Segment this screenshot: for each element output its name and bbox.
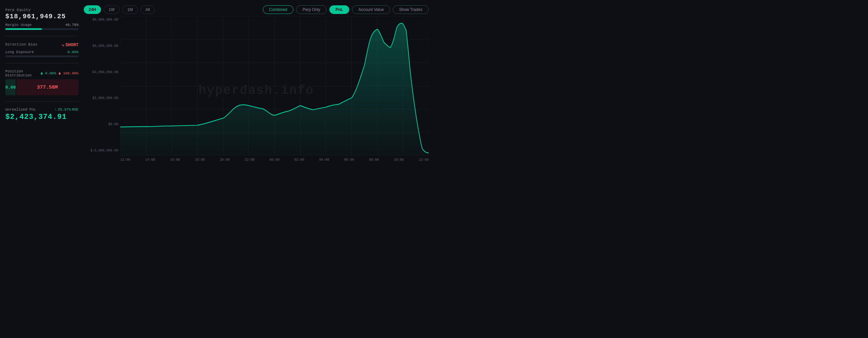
pos-dist-label: Position Distribution <box>5 69 38 77</box>
roe-pct: 25.67% <box>58 108 71 111</box>
x-label-0600: 06:00 <box>344 158 354 162</box>
direction-bias-section: Direction Bias ↘ SHORT Long Exposure 0.0… <box>5 42 79 57</box>
margin-usage-bar-bg <box>5 28 79 30</box>
pos-dist-short-val: 377.58M <box>16 79 79 95</box>
perp-equity-value: $18,961,949.25 <box>5 12 79 20</box>
time-btn-all[interactable]: All <box>141 5 155 14</box>
x-label-2000: 20:00 <box>220 158 229 162</box>
pnl-chart <box>120 16 429 156</box>
x-label-0800: 08:00 <box>369 158 379 162</box>
direction-value: SHORT <box>65 42 79 47</box>
x-label-0000: 00:00 <box>270 158 279 162</box>
view-pnl-btn[interactable]: PnL <box>329 5 350 14</box>
x-label-1600: 16:00 <box>170 158 180 162</box>
right-panel: 24H 1W 1M All Combined Perp Only PnL Acc… <box>84 5 429 164</box>
pos-dist-section: Position Distribution 0.00% 100.00% 0.00… <box>5 69 79 95</box>
long-exposure-pct: 0.00% <box>67 50 79 54</box>
unrealized-pnl-value: $2,423,374.91 <box>5 113 79 121</box>
pos-dist-short-pct: 100.00% <box>63 71 79 75</box>
y-axis-labels: $8,000,000.00 $6,000,000.00 $4,000,000.0… <box>84 16 120 154</box>
pos-dist-box: 0.00 377.58M <box>5 79 79 95</box>
x-label-1800: 18:00 <box>195 158 205 162</box>
long-dot-icon <box>41 72 42 75</box>
short-arrow-icon: ↘ <box>61 42 64 47</box>
view-account-value-btn[interactable]: Account Value <box>352 5 390 14</box>
divider-2 <box>5 63 79 63</box>
y-label-0: $0.00 <box>84 123 120 126</box>
divider-3 <box>5 101 79 102</box>
roe-badge: ↑ 25.67% ROE <box>55 108 79 111</box>
left-panel: Perp Equity $18,961,949.25 Margin Usage … <box>5 5 79 164</box>
y-label-neg2m: $-2,000,000.00 <box>84 149 120 153</box>
pos-dist-long-val: 0.00 <box>5 79 16 95</box>
y-label-4m: $4,000,000.00 <box>84 70 120 74</box>
time-btn-24h[interactable]: 24H <box>84 5 101 14</box>
chart-area: $8,000,000.00 $6,000,000.00 $4,000,000.0… <box>84 16 429 164</box>
y-label-6m: $6,000,000.00 <box>84 44 120 48</box>
perp-equity-label: Perp Equity <box>5 8 79 12</box>
x-label-2200: 22:00 <box>245 158 254 162</box>
direction-bias-label: Direction Bias <box>5 42 37 46</box>
unrealized-pnl-label: Unrealized PnL <box>5 108 36 111</box>
x-label-1200b: 12:00 <box>419 158 429 162</box>
margin-usage-pct: 49.78% <box>65 23 79 27</box>
unrealized-pnl-section: Unrealized PnL ↑ 25.67% ROE $2,423,374.9… <box>5 108 79 121</box>
long-exposure-label: Long Exposure <box>5 50 34 54</box>
direction-badge: ↘ SHORT <box>61 42 79 47</box>
perp-equity-section: Perp Equity $18,961,949.25 Margin Usage … <box>5 8 79 30</box>
time-btn-1w[interactable]: 1W <box>104 5 120 14</box>
short-dot-icon <box>59 72 60 75</box>
roe-label: ROE <box>72 108 79 111</box>
y-label-2m: $2,000,000.00 <box>84 96 120 100</box>
x-label-1200: 12:00 <box>120 158 130 162</box>
divider-1 <box>5 36 79 36</box>
margin-usage-bar-fill <box>5 28 42 30</box>
top-controls: 24H 1W 1M All Combined Perp Only PnL Acc… <box>84 5 429 14</box>
margin-usage-label: Margin Usage <box>5 23 32 27</box>
view-perp-only-btn[interactable]: Perp Only <box>296 5 326 14</box>
time-btn-1m[interactable]: 1M <box>122 5 138 14</box>
y-label-8m: $8,000,000.00 <box>84 18 120 22</box>
x-label-0200: 02:00 <box>294 158 304 162</box>
pos-dist-long-pct: 0.00% <box>45 71 56 75</box>
long-exposure-bar-bg <box>5 56 79 57</box>
x-label-0400: 04:00 <box>319 158 329 162</box>
view-show-trades-btn[interactable]: Show Trades <box>393 5 429 14</box>
x-label-1400: 14:00 <box>145 158 155 162</box>
x-axis-labels: 12:00 14:00 16:00 18:00 20:00 22:00 00:0… <box>120 156 429 164</box>
x-label-1000: 10:00 <box>394 158 404 162</box>
view-combined-btn[interactable]: Combined <box>263 5 294 14</box>
roe-arrow-icon: ↑ <box>55 108 57 111</box>
